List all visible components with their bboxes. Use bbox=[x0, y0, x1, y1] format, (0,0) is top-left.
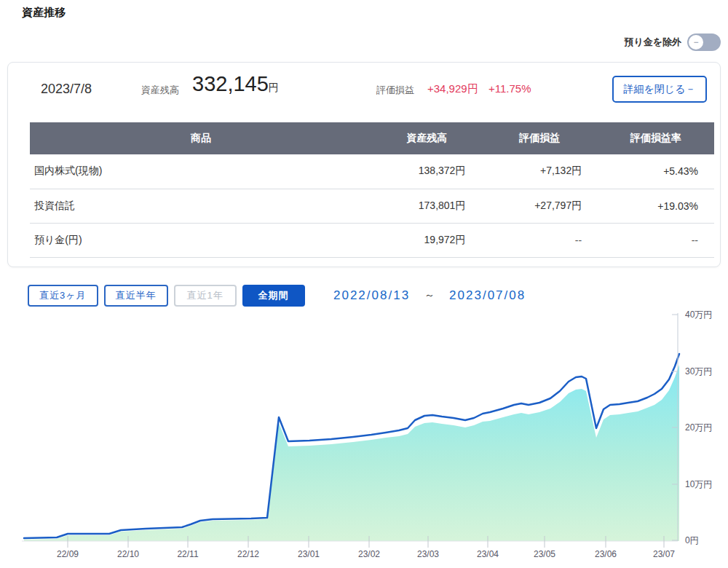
x-tick-label: 23/06 bbox=[595, 549, 617, 559]
header-pl-rate: 評価損益率 bbox=[598, 122, 714, 154]
table-header-row: 商品 資産残高 評価損益 評価損益率 bbox=[30, 122, 714, 154]
y-tick-label: 0円 bbox=[685, 535, 699, 545]
table-row-investment-trust: 投資信託 173,801円 +27,797円 +19.03% bbox=[30, 189, 714, 223]
row-name: 国内株式(現物) bbox=[30, 154, 372, 189]
row-pl: +27,797円 bbox=[481, 189, 598, 223]
row-pl-rate: +5.43% bbox=[598, 154, 714, 189]
row-balance: 138,372円 bbox=[372, 154, 481, 189]
table-row-domestic-stock: 国内株式(現物) 138,372円 +7,132円 +5.43% bbox=[30, 154, 714, 189]
period-button-all[interactable]: 全期間 bbox=[242, 285, 305, 307]
header-balance: 資産残高 bbox=[372, 122, 481, 154]
period-button-halfyear[interactable]: 直近半年 bbox=[104, 285, 168, 307]
y-tick-label: 30万円 bbox=[685, 366, 712, 376]
period-button-3months[interactable]: 直近3ヶ月 bbox=[28, 285, 98, 307]
x-tick-label: 23/05 bbox=[534, 549, 555, 559]
balance-value: 332,145円 bbox=[192, 72, 279, 96]
summary-row: 2023/7/8 資産残高 332,145円 評価損益 +34,929円 +11… bbox=[8, 63, 720, 115]
x-tick-label: 22/09 bbox=[57, 549, 79, 559]
row-balance: 19,972円 bbox=[372, 223, 481, 257]
toggle-knob-minus-icon: − bbox=[689, 35, 703, 50]
date-range: 2022/08/13 ～ 2023/07/08 bbox=[333, 288, 526, 303]
x-tick-label: 23/07 bbox=[653, 549, 675, 559]
x-tick-label: 23/04 bbox=[477, 549, 499, 559]
pl-label: 評価損益 bbox=[376, 84, 414, 97]
pl-percent: +11.75% bbox=[488, 82, 531, 95]
x-tick-label: 22/12 bbox=[237, 549, 259, 559]
row-name: 投資信託 bbox=[30, 189, 372, 223]
x-tick-label: 22/11 bbox=[177, 549, 198, 559]
x-tick-label: 23/01 bbox=[298, 549, 320, 559]
table-row-deposit: 預り金(円) 19,972円 -- -- bbox=[30, 223, 714, 257]
close-detail-button[interactable]: 詳細を閉じる－ bbox=[612, 76, 707, 103]
range-end-date[interactable]: 2023/07/08 bbox=[449, 288, 526, 303]
header-pl: 評価損益 bbox=[481, 122, 598, 154]
period-button-group: 直近3ヶ月 直近半年 直近1年 全期間 bbox=[28, 285, 305, 307]
asset-transition-page: 資産推移 預り金を除外 − 2023/7/8 資産残高 332,145円 評価損… bbox=[0, 0, 728, 568]
range-start-date[interactable]: 2022/08/13 bbox=[333, 288, 410, 303]
y-tick-label: 40万円 bbox=[685, 309, 712, 320]
header-product: 商品 bbox=[30, 122, 372, 154]
row-name: 預り金(円) bbox=[30, 223, 372, 257]
y-tick-label: 20万円 bbox=[685, 422, 712, 433]
x-tick-label: 23/02 bbox=[358, 549, 380, 559]
balance-unit: 円 bbox=[269, 82, 279, 93]
asset-transition-chart: 40万円30万円20万円10万円0円22/0922/1022/1122/1223… bbox=[0, 309, 728, 568]
x-tick-label: 23/03 bbox=[417, 549, 439, 559]
row-pl: -- bbox=[481, 223, 598, 257]
range-separator: ～ bbox=[424, 289, 435, 302]
exclude-deposit-toggle[interactable]: − bbox=[687, 33, 721, 51]
asset-detail-table: 商品 資産残高 評価損益 評価損益率 国内株式(現物) 138,372円 +7,… bbox=[30, 122, 714, 258]
x-tick-label: 22/10 bbox=[117, 549, 139, 559]
row-pl-rate: +19.03% bbox=[598, 189, 714, 223]
area-series-excl-deposit bbox=[24, 365, 679, 541]
y-tick-label: 10万円 bbox=[685, 479, 712, 489]
pl-amount: +34,929円 bbox=[427, 82, 478, 96]
as-of-date: 2023/7/8 bbox=[41, 82, 92, 97]
row-balance: 173,801円 bbox=[372, 189, 481, 223]
balance-number: 332,145 bbox=[192, 72, 269, 95]
exclude-deposit-toggle-row: 預り金を除外 − bbox=[624, 33, 721, 51]
balance-label: 資産残高 bbox=[141, 84, 179, 97]
page-title: 資産推移 bbox=[22, 6, 66, 20]
period-button-1year[interactable]: 直近1年 bbox=[174, 285, 237, 307]
row-pl-rate: -- bbox=[598, 223, 714, 257]
toggle-label: 預り金を除外 bbox=[624, 36, 681, 49]
row-pl: +7,132円 bbox=[481, 154, 598, 189]
asset-summary-card: 2023/7/8 資産残高 332,145円 評価損益 +34,929円 +11… bbox=[7, 62, 721, 267]
